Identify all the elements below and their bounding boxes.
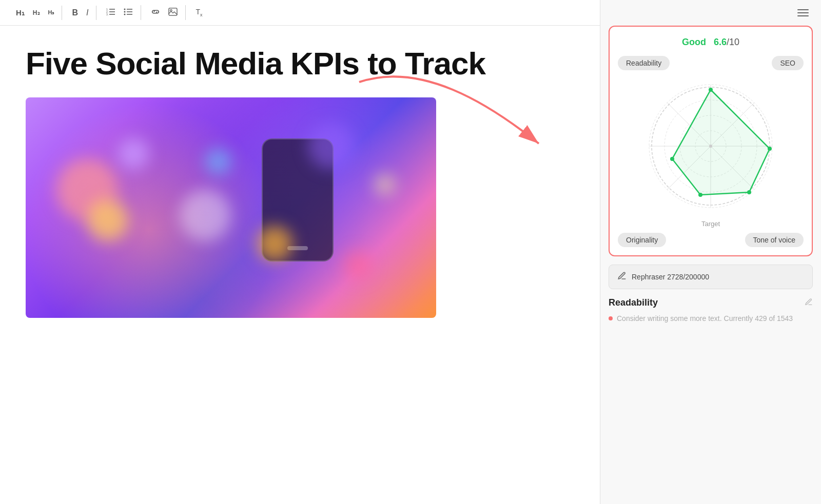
h3-label: H₃ <box>48 9 54 16</box>
svg-point-8 <box>124 14 126 15</box>
score-value: 6.6 <box>714 37 727 47</box>
tone-of-voice-label[interactable]: Tone of voice <box>745 233 804 247</box>
italic-button[interactable]: I <box>83 6 92 20</box>
seo-label[interactable]: SEO <box>772 56 804 70</box>
h1-button[interactable]: H₁ <box>12 6 28 20</box>
clear-format-icon: Tx <box>196 8 202 17</box>
bokeh-7 <box>308 123 354 169</box>
heading-group: H₁ H₂ H₃ <box>8 6 62 20</box>
article-image <box>26 97 436 318</box>
editor-content[interactable]: Five Social Media KPIs to Track <box>0 26 600 504</box>
link-icon <box>151 8 160 17</box>
list-group: 1.2.3. <box>99 5 141 20</box>
score-widget: Good 6.6/10 Readability SEO <box>609 26 813 256</box>
ordered-list-button[interactable]: 1.2.3. <box>103 5 119 20</box>
svg-point-6 <box>124 9 126 10</box>
readability-header: Readability <box>609 297 813 308</box>
menu-icon[interactable] <box>795 7 811 18</box>
edit-icon[interactable] <box>805 298 813 308</box>
link-button[interactable] <box>147 5 164 20</box>
bokeh-9 <box>375 174 395 195</box>
italic-label: I <box>86 8 88 17</box>
svg-text:3.: 3. <box>106 13 108 16</box>
svg-rect-12 <box>169 8 177 15</box>
editor-pane: H₁ H₂ H₃ B I 1.2.3. <box>0 0 600 504</box>
svg-point-30 <box>709 145 712 148</box>
target-label: Target <box>618 220 804 228</box>
svg-point-26 <box>768 147 772 151</box>
h3-button[interactable]: H₃ <box>45 7 58 18</box>
radar-chart-svg <box>639 74 783 218</box>
readability-item: Consider writing some more text. Current… <box>609 314 813 322</box>
unordered-list-button[interactable] <box>120 5 136 20</box>
h1-label: H₁ <box>16 8 25 17</box>
readability-section-title: Readability <box>609 297 658 308</box>
h2-label: H₂ <box>33 9 40 16</box>
format-group: B I <box>64 6 96 20</box>
article-title[interactable]: Five Social Media KPIs to Track <box>26 46 574 81</box>
insert-group <box>143 5 186 20</box>
bottom-labels: Originality Tone of voice <box>618 233 804 247</box>
sidebar: Good 6.6/10 Readability SEO <box>600 0 821 504</box>
svg-point-27 <box>747 190 751 194</box>
svg-point-28 <box>698 193 702 197</box>
bokeh-8 <box>344 251 372 279</box>
h2-button[interactable]: H₂ <box>29 7 44 19</box>
image-button[interactable] <box>165 5 181 20</box>
clear-group: Tx <box>188 5 210 20</box>
rephraser-button[interactable]: Rephraser 2728/200000 <box>609 265 813 289</box>
clear-format-button[interactable]: Tx <box>192 5 206 20</box>
image-icon <box>168 8 178 17</box>
bokeh-5 <box>205 149 231 174</box>
unordered-list-icon <box>124 8 133 17</box>
bokeh-3 <box>118 138 149 169</box>
score-denom: /10 <box>727 37 739 47</box>
score-title: Good 6.6/10 <box>618 37 804 48</box>
ordered-list-icon: 1.2.3. <box>106 8 115 17</box>
bold-button[interactable]: B <box>68 6 82 20</box>
readability-dot <box>609 316 613 320</box>
radar-container: Readability SEO <box>618 56 804 247</box>
score-quality-label: Good <box>682 37 706 47</box>
svg-point-25 <box>709 88 713 92</box>
originality-label[interactable]: Originality <box>618 233 666 247</box>
bokeh-4 <box>180 190 231 241</box>
bold-label: B <box>72 8 78 17</box>
bokeh-2 <box>87 200 128 241</box>
readability-item-text: Consider writing some more text. Current… <box>617 314 793 322</box>
top-labels: Readability SEO <box>618 56 804 70</box>
toolbar: H₁ H₂ H₃ B I 1.2.3. <box>0 0 600 26</box>
rephraser-icon <box>617 271 627 283</box>
bokeh-6 <box>257 226 292 261</box>
sidebar-header <box>600 0 821 26</box>
readability-section: Readability Consider writing some more t… <box>609 297 813 322</box>
svg-marker-24 <box>672 90 770 195</box>
rephraser-label: Rephraser 2728/200000 <box>632 273 709 281</box>
readability-label[interactable]: Readability <box>618 56 670 70</box>
svg-point-7 <box>124 11 126 13</box>
svg-point-29 <box>670 157 674 161</box>
